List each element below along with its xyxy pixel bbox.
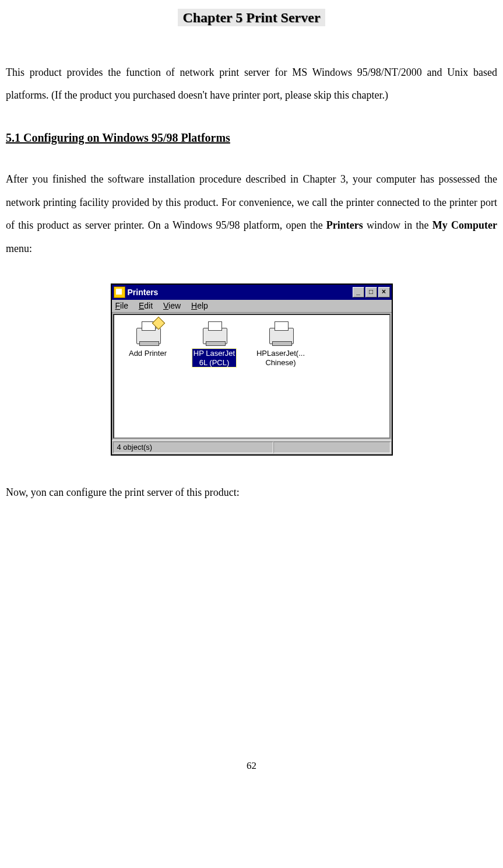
menu-help[interactable]: Help [191, 301, 208, 310]
titlebar[interactable]: Printers _ □ × [112, 285, 392, 300]
hp-laserjet-6l-item[interactable]: HP LaserJet 6L (PCL) [185, 321, 244, 367]
intro-paragraph: This product provides the function of ne… [6, 61, 497, 107]
hpchinese-line1: HPLaserJet(... [256, 349, 305, 358]
chapter-title: Chapter 5 Print Server [6, 2, 497, 33]
printer-icon [202, 321, 227, 346]
printers-folder-icon [114, 286, 125, 298]
menu-view[interactable]: View [163, 301, 181, 310]
window-controls: _ □ × [353, 287, 390, 298]
menubar: File Edit View Help [112, 300, 392, 313]
maximize-button[interactable]: □ [365, 287, 377, 298]
add-printer-item[interactable]: Add Printer [119, 321, 177, 358]
hpchinese-line2: Chinese) [265, 358, 296, 367]
hp6l-line2: 6L (PCL) [199, 358, 230, 367]
body-paragraph: After you finished the software installa… [6, 168, 497, 260]
hp6l-line1: HP LaserJet [194, 349, 235, 358]
status-empty [273, 442, 390, 453]
chapter-title-text: Chapter 5 Print Server [178, 9, 325, 26]
after-paragraph: Now, yon can configure the print server … [6, 481, 497, 505]
body-mid: window in the [363, 219, 432, 231]
add-printer-icon [135, 321, 161, 346]
printers-bold: Printers [326, 219, 363, 231]
add-printer-label: Add Printer [119, 349, 177, 358]
hp6l-label: HP LaserJet 6L (PCL) [192, 349, 236, 367]
content-area: Add Printer HP LaserJet 6L (PCL) HPLaser… [113, 314, 391, 439]
hp-laserjet-chinese-item[interactable]: HPLaserJet(... Chinese) [252, 321, 310, 367]
status-text: 4 object(s) [113, 442, 274, 453]
mycomputer-bold: My Computer [432, 219, 497, 231]
menu-file[interactable]: File [115, 301, 129, 310]
body-end: menu: [6, 243, 32, 254]
hpchinese-label: HPLaserJet(... Chinese) [252, 349, 310, 367]
statusbar: 4 object(s) [112, 440, 392, 454]
section-heading: 5.1 Configuring on Windows 95/98 Platfor… [6, 125, 497, 150]
minimize-button[interactable]: _ [353, 287, 364, 298]
window-title: Printers [128, 288, 353, 298]
menu-edit[interactable]: Edit [139, 301, 153, 310]
printers-window: Printers _ □ × File Edit View Help Add P… [111, 284, 393, 455]
printer-icon [268, 321, 294, 346]
page-number: 62 [6, 755, 497, 776]
close-button[interactable]: × [378, 287, 390, 298]
